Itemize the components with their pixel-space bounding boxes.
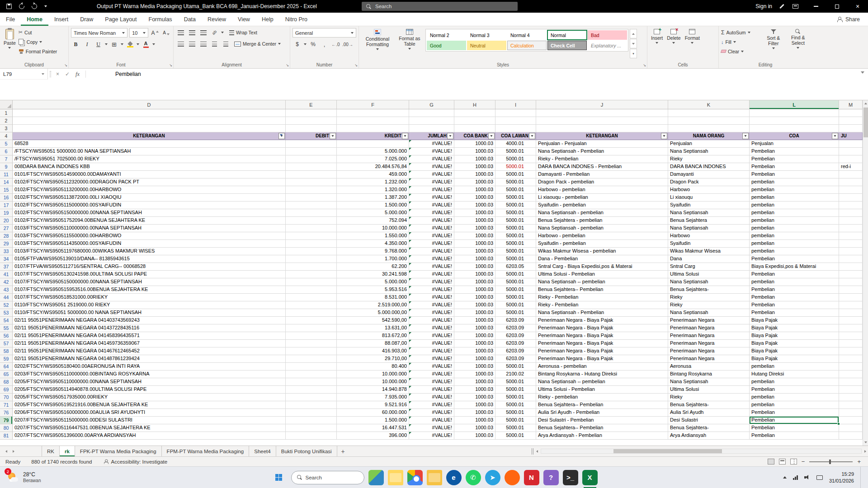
cell-M52[interactable] bbox=[839, 301, 863, 309]
cell-E15[interactable] bbox=[286, 186, 337, 194]
cell-K80[interactable]: Benua Sejahtera- bbox=[668, 424, 750, 432]
row-header-29[interactable]: 29 bbox=[0, 240, 13, 248]
cell-I5[interactable]: 4000.01 bbox=[495, 140, 536, 148]
cell-L52[interactable]: Pembelian bbox=[750, 301, 839, 309]
formula-bar-expand-icon[interactable] bbox=[861, 71, 864, 74]
cell-J16[interactable]: Li xiaouqu - pembelian bbox=[536, 194, 668, 202]
cell-G76[interactable]: #VALUE! bbox=[409, 409, 454, 417]
cell-I55[interactable]: 6203.09 bbox=[495, 324, 536, 332]
cell-G5[interactable]: #VALUE! bbox=[409, 140, 454, 148]
cell-E53[interactable] bbox=[286, 309, 337, 317]
row-header-28[interactable]: 28 bbox=[0, 232, 13, 240]
cell-E7[interactable] bbox=[286, 155, 337, 163]
share-button[interactable]: Share bbox=[829, 13, 868, 26]
cell-J28[interactable]: Harbowo - pembelian bbox=[536, 232, 668, 240]
cell-style-explanatory[interactable]: Explanatory ... bbox=[588, 41, 627, 50]
cell-D20[interactable]: 0102/FTSCY/WS95051752094.00BENUA SEJAHTE… bbox=[13, 217, 286, 225]
cell-L64[interactable]: pembelian bbox=[750, 363, 839, 371]
cell-L69[interactable]: Pembelian bbox=[750, 386, 839, 394]
cell-I53[interactable]: 5000.01 bbox=[495, 309, 536, 317]
cell-G57[interactable]: #VALUE! bbox=[409, 340, 454, 347]
cell-D14[interactable]: 0102/FTSCY/WS9505112320000.00DRAGON PACK… bbox=[13, 178, 286, 186]
bold-button[interactable]: B bbox=[71, 40, 80, 49]
row-header-64[interactable]: 64 bbox=[0, 363, 13, 371]
cell-G7[interactable]: #VALUE! bbox=[409, 155, 454, 163]
cell-J53[interactable]: Nana Septiansah - Pembelian bbox=[536, 309, 668, 317]
cell-K71[interactable]: Benua Sejahtera- bbox=[668, 401, 750, 409]
cell-G3[interactable] bbox=[409, 125, 454, 132]
cell-E20[interactable] bbox=[286, 217, 337, 225]
row-header-43[interactable]: 43 bbox=[0, 286, 13, 294]
cell-E11[interactable] bbox=[286, 171, 337, 178]
cell-J41[interactable]: Ultima Solusi - Pembelian bbox=[536, 271, 668, 278]
cell-I7[interactable]: 5000.01 bbox=[495, 155, 536, 163]
cell-H34[interactable]: 1000.03 bbox=[454, 255, 495, 263]
cell-K20[interactable]: Benua Sejahtera bbox=[668, 217, 750, 225]
fill-button[interactable]: ↓Fill bbox=[721, 38, 760, 46]
filter-button-d[interactable] bbox=[278, 133, 285, 139]
cell-D44[interactable]: 0107/FTSCY/WS950518531000.00RIEKY bbox=[13, 294, 286, 301]
cell-L19[interactable]: pembelian bbox=[750, 209, 839, 217]
weather-widget[interactable]: 2 28°C Berawan bbox=[0, 467, 48, 488]
wrap-text-button[interactable]: Wrap Text bbox=[229, 28, 257, 37]
gallery-more-icon[interactable]: ▾ bbox=[630, 49, 637, 58]
ribbon-tab-view[interactable]: View bbox=[232, 13, 256, 26]
format-painter-button[interactable]: Format Painter bbox=[19, 47, 57, 56]
select-all-button[interactable] bbox=[0, 100, 13, 109]
vertical-scrollbar[interactable] bbox=[863, 100, 868, 446]
cell-L43[interactable]: Pembelian bbox=[750, 286, 839, 294]
cell-G1[interactable] bbox=[409, 109, 454, 117]
cell-E68[interactable] bbox=[286, 378, 337, 386]
column-header-G[interactable]: G bbox=[409, 100, 454, 109]
cell-D19[interactable]: 0102/FTSCY/WS9505150000000.00NANA SEPTIA… bbox=[13, 209, 286, 217]
alignment-dialog-launcher[interactable]: ↘ bbox=[286, 64, 289, 67]
row-header-41[interactable]: 41 bbox=[0, 271, 13, 278]
sheet-tab-rk[interactable]: rk bbox=[60, 446, 75, 456]
cell-G58[interactable]: #VALUE! bbox=[409, 347, 454, 355]
cell-M71[interactable] bbox=[839, 401, 863, 409]
cell-H28[interactable]: 1000.03 bbox=[454, 232, 495, 240]
cell-H53[interactable]: 1000.03 bbox=[454, 309, 495, 317]
cell-I15[interactable]: 5000.01 bbox=[495, 186, 536, 194]
cell-D37[interactable]: 0107/FTFVA/WS9505112716/SENTRAL CARG-- 0… bbox=[13, 263, 286, 271]
scroll-left-icon[interactable] bbox=[536, 450, 538, 453]
sort-filter-button[interactable]: Sort & Filter bbox=[762, 28, 785, 61]
cell-K76[interactable]: Aulia Sri Ayudh bbox=[668, 409, 750, 417]
cell-D64[interactable]: 0202/FTSCY/WS9505180400.00AERONUSA INTI … bbox=[13, 363, 286, 371]
cell-E43[interactable] bbox=[286, 286, 337, 294]
cell-M16[interactable] bbox=[839, 194, 863, 202]
cell-I81[interactable]: 5000.01 bbox=[495, 432, 536, 440]
cell-I79[interactable]: 5000.01 bbox=[495, 417, 536, 424]
cell-E6[interactable] bbox=[286, 148, 337, 155]
cell-H42[interactable]: 1000.03 bbox=[454, 278, 495, 286]
cell-K81[interactable]: Arya Ardiansyah bbox=[668, 432, 750, 440]
cell-L44[interactable]: Pembelian bbox=[750, 294, 839, 301]
cell-D81[interactable]: 0207/FTSCY/WS95051396000.00ARYA ARDIANSY… bbox=[13, 432, 286, 440]
cell-J9[interactable]: DARA BANCA INDONES - Pembelian bbox=[536, 163, 668, 171]
cell-D71[interactable]: 0205/FTSCY/WS950519521916.00BENUA SEJAHT… bbox=[13, 401, 286, 409]
cell-H55[interactable]: 1000.03 bbox=[454, 324, 495, 332]
filter-button-h[interactable] bbox=[488, 133, 495, 139]
cell-M19[interactable] bbox=[839, 209, 863, 217]
cell-E27[interactable] bbox=[286, 225, 337, 232]
cell-D65[interactable]: 0203/FTSCY/WS9505110000000.00BINTANG ROS… bbox=[13, 371, 286, 378]
delete-cells-button[interactable]: Delete bbox=[665, 28, 682, 61]
cell-I37[interactable]: 6203.05 bbox=[495, 263, 536, 271]
cell-E55[interactable] bbox=[286, 324, 337, 332]
cell-I1[interactable] bbox=[495, 109, 536, 117]
cell-G34[interactable]: #VALUE! bbox=[409, 255, 454, 263]
cell-style-bad[interactable]: Bad bbox=[588, 30, 627, 40]
cell-J42[interactable]: Nana Septiansah -- pembelian bbox=[536, 278, 668, 286]
filter-header-cell-i[interactable]: COA LAWAN bbox=[495, 132, 536, 140]
cell-L55[interactable]: Biaya Pajak bbox=[750, 324, 839, 332]
cell-J81[interactable]: Arya Ardiansyah - Pembelian bbox=[536, 432, 668, 440]
cell-J3[interactable] bbox=[536, 125, 668, 132]
ribbon-tab-page-layout[interactable]: Page Layout bbox=[99, 13, 142, 26]
zoom-thumb[interactable] bbox=[829, 460, 831, 464]
cell-F11[interactable]: 459.000 bbox=[337, 171, 409, 178]
cell-K9[interactable]: DARA BANCA INDONES bbox=[668, 163, 750, 171]
cell-F65[interactable]: 10.000.000 bbox=[337, 371, 409, 378]
underline-button[interactable]: U bbox=[94, 40, 103, 49]
cell-L9[interactable]: Pembelian bbox=[750, 163, 839, 171]
align-top-icon[interactable] bbox=[176, 28, 185, 37]
